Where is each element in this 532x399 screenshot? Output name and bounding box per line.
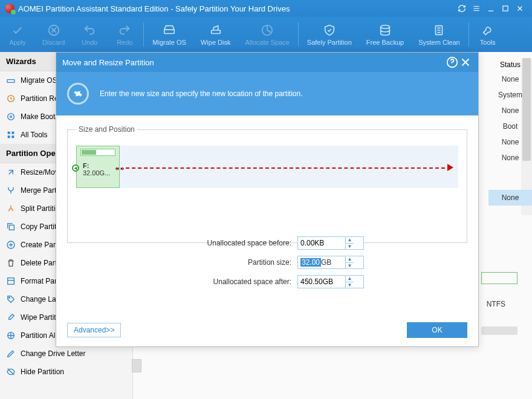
- sidebar-item-driveletter[interactable]: Change Drive Letter: [0, 345, 132, 363]
- fieldset-legend: Size and Position: [76, 125, 137, 134]
- svg-rect-14: [11, 135, 14, 138]
- dialog-banner-text: Enter the new size and specify the new l…: [100, 89, 303, 98]
- stepper-arrows[interactable]: ▲▼: [345, 256, 354, 268]
- partition-track[interactable]: F: 32.00G... ◄: [76, 146, 458, 188]
- sidebar-scroll-thumb[interactable]: [132, 359, 141, 372]
- partition-size: 32.00G...: [83, 169, 110, 177]
- menu-icon[interactable]: [469, 2, 484, 15]
- fs-label: NTFS: [487, 300, 505, 308]
- align-icon: [6, 331, 16, 340]
- discard-button[interactable]: Discard: [35, 17, 72, 52]
- svg-rect-17: [8, 278, 15, 285]
- sidebar-item-hide[interactable]: Hide Partition: [0, 363, 132, 381]
- apply-button[interactable]: Apply: [0, 17, 35, 52]
- usage-bar: [80, 149, 115, 156]
- svg-rect-12: [11, 132, 14, 134]
- resize-handle-right-icon[interactable]: [115, 164, 124, 173]
- svg-point-5: [381, 25, 390, 29]
- dialog-footer: Advanced>> OK: [56, 316, 478, 346]
- svg-rect-11: [8, 132, 10, 134]
- plus-icon: [6, 240, 16, 250]
- chevron-down-icon[interactable]: ▼: [346, 263, 354, 269]
- input-unalloc-after[interactable]: [298, 276, 345, 287]
- row-unalloc-before: Unallocated space before: ▲▼: [170, 236, 364, 250]
- status-cell-selected[interactable]: None: [488, 190, 532, 206]
- tools-button[interactable]: Tools: [470, 17, 505, 52]
- refresh-icon[interactable]: [455, 2, 469, 15]
- close-icon[interactable]: [513, 2, 527, 15]
- status-cell: System: [493, 87, 527, 103]
- minimize-icon[interactable]: [484, 2, 498, 15]
- toolbar-separator: [298, 22, 299, 47]
- check-icon: [11, 23, 24, 37]
- resize-handle-left-icon[interactable]: ◄: [72, 164, 79, 172]
- fs-box: [481, 272, 517, 284]
- drive-icon: [6, 76, 16, 85]
- maximize-icon[interactable]: [498, 2, 513, 15]
- disk-strip: [481, 326, 517, 335]
- cancel-icon: [47, 23, 60, 37]
- system-clean-button[interactable]: System Clean: [411, 17, 467, 52]
- row-partition-size: Partition size: 32.00GB ▲▼: [170, 256, 364, 269]
- backup-icon: [378, 23, 392, 37]
- spin-unalloc-before[interactable]: ▲▼: [297, 236, 364, 250]
- resize-guide-line: [126, 167, 451, 169]
- window-titlebar: AOMEI Partition Assistant Standard Editi…: [0, 0, 532, 17]
- chevron-down-icon[interactable]: ▼: [346, 244, 354, 250]
- wipe-icon: [209, 23, 222, 37]
- allocate-space-button[interactable]: Allocate Space: [238, 17, 296, 52]
- shield-icon: [323, 23, 336, 37]
- stepper-arrows[interactable]: ▲▼: [345, 237, 354, 249]
- dialog-body: Size and Position F: 32.00G... ◄ Unalloc…: [56, 115, 478, 316]
- copy-icon: [6, 222, 16, 232]
- status-cell: Boot: [493, 118, 527, 134]
- label-unalloc-after: Unallocated space after:: [170, 277, 291, 286]
- pie-icon: [261, 23, 274, 37]
- pencil-icon: [6, 349, 16, 358]
- svg-rect-15: [9, 225, 14, 230]
- migrate-os-button[interactable]: Migrate OS: [145, 17, 193, 52]
- safely-partition-button[interactable]: Safely Partition: [300, 17, 359, 52]
- redo-button[interactable]: Redo: [107, 17, 142, 52]
- size-position-fieldset: Size and Position F: 32.00G... ◄: [67, 125, 467, 243]
- partition-block[interactable]: F: 32.00G... ◄: [76, 146, 120, 188]
- brush-icon: [6, 313, 16, 322]
- stepper-arrows[interactable]: ▲▼: [345, 276, 354, 288]
- status-cell: None: [493, 134, 527, 150]
- spin-unalloc-after[interactable]: ▲▼: [297, 275, 364, 288]
- help-icon[interactable]: [446, 56, 459, 68]
- chevron-up-icon[interactable]: ▲: [346, 276, 354, 282]
- advanced-button[interactable]: Advanced>>: [67, 323, 121, 337]
- input-unalloc-before[interactable]: [298, 238, 345, 248]
- redo-icon: [118, 23, 131, 37]
- window-title: AOMEI Partition Assistant Standard Editi…: [18, 4, 455, 13]
- svg-point-9: [8, 114, 15, 120]
- dialog-close-icon[interactable]: [459, 56, 472, 68]
- undo-button[interactable]: Undo: [72, 17, 107, 52]
- svg-rect-2: [164, 30, 175, 33]
- disc-icon: [6, 112, 16, 122]
- drive-icon: [163, 23, 176, 37]
- input-partition-size[interactable]: 32.00: [300, 258, 321, 267]
- chevron-down-icon[interactable]: ▼: [346, 282, 354, 288]
- status-header: Status: [493, 58, 527, 71]
- ok-button[interactable]: OK: [407, 322, 467, 338]
- spin-partition-size[interactable]: 32.00GB ▲▼: [297, 256, 364, 269]
- format-icon: [6, 276, 16, 286]
- toolbar-separator: [469, 22, 469, 47]
- size-unit: GB: [321, 258, 332, 267]
- status-cell: None: [493, 71, 527, 87]
- sidebar-item-label: All Tools: [21, 131, 47, 139]
- app-logo-icon: [5, 4, 15, 13]
- clean-icon: [432, 23, 446, 37]
- free-backup-button[interactable]: Free Backup: [359, 17, 411, 52]
- chevron-up-icon[interactable]: ▲: [346, 256, 354, 263]
- merge-icon: [6, 186, 16, 195]
- svg-rect-7: [7, 80, 15, 83]
- hide-icon: [6, 367, 16, 377]
- svg-rect-0: [503, 6, 508, 11]
- wipe-disk-button[interactable]: Wipe Disk: [193, 17, 238, 52]
- partition-labels: F: 32.00G...: [83, 162, 110, 177]
- resize-arrows-icon: [67, 83, 89, 105]
- chevron-up-icon[interactable]: ▲: [346, 237, 354, 244]
